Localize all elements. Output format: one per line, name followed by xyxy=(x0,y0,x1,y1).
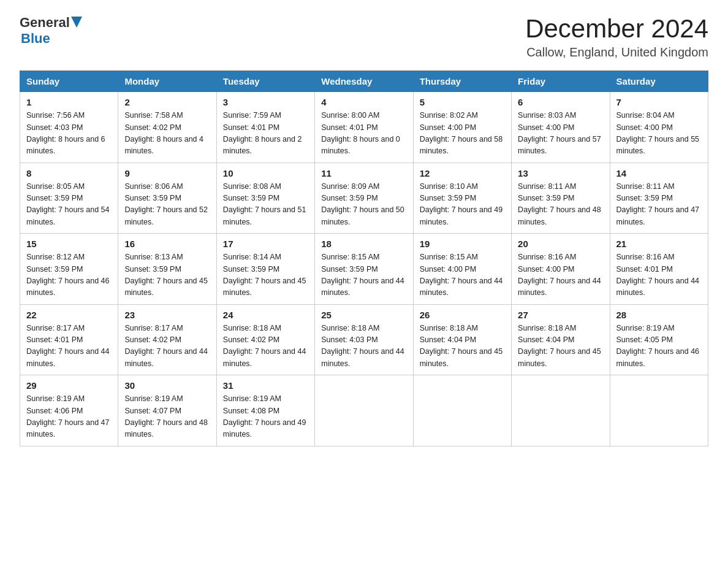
day-info: Sunrise: 7:56 AMSunset: 4:03 PMDaylight:… xyxy=(26,110,112,158)
day-info: Sunrise: 8:04 AMSunset: 4:00 PMDaylight:… xyxy=(616,110,702,158)
day-number: 6 xyxy=(518,97,603,107)
day-number: 23 xyxy=(124,310,210,320)
calendar-week-row: 15Sunrise: 8:12 AMSunset: 3:59 PMDayligh… xyxy=(20,234,708,305)
calendar-day-cell: 14Sunrise: 8:11 AMSunset: 3:59 PMDayligh… xyxy=(610,163,708,234)
calendar-header: SundayMondayTuesdayWednesdayThursdayFrid… xyxy=(20,71,708,92)
calendar-day-cell: 5Sunrise: 8:02 AMSunset: 4:00 PMDaylight… xyxy=(413,92,511,163)
day-number: 3 xyxy=(223,97,308,107)
day-info: Sunrise: 8:11 AMSunset: 3:59 PMDaylight:… xyxy=(518,181,603,229)
day-info: Sunrise: 7:59 AMSunset: 4:01 PMDaylight:… xyxy=(223,110,308,158)
header-row: SundayMondayTuesdayWednesdayThursdayFrid… xyxy=(20,71,708,92)
calendar-week-row: 29Sunrise: 8:19 AMSunset: 4:06 PMDayligh… xyxy=(20,375,708,446)
day-info: Sunrise: 8:02 AMSunset: 4:00 PMDaylight:… xyxy=(420,110,505,158)
calendar-day-cell: 24Sunrise: 8:18 AMSunset: 4:02 PMDayligh… xyxy=(216,304,314,375)
day-number: 21 xyxy=(616,239,702,249)
day-number: 20 xyxy=(518,239,603,249)
day-number: 16 xyxy=(124,239,210,249)
calendar-day-cell: 7Sunrise: 8:04 AMSunset: 4:00 PMDaylight… xyxy=(610,92,708,163)
logo-blue-text: Blue xyxy=(21,31,50,46)
svg-marker-0 xyxy=(71,17,82,28)
day-number: 30 xyxy=(124,380,210,391)
day-number: 26 xyxy=(420,310,505,320)
day-info: Sunrise: 8:13 AMSunset: 3:59 PMDaylight:… xyxy=(124,251,210,299)
calendar-week-row: 1Sunrise: 7:56 AMSunset: 4:03 PMDaylight… xyxy=(20,92,708,163)
calendar-day-cell: 10Sunrise: 8:08 AMSunset: 3:59 PMDayligh… xyxy=(216,163,314,234)
day-of-week-header: Monday xyxy=(118,71,216,92)
day-info: Sunrise: 8:03 AMSunset: 4:00 PMDaylight:… xyxy=(518,110,603,158)
day-info: Sunrise: 8:05 AMSunset: 3:59 PMDaylight:… xyxy=(26,181,112,229)
day-number: 7 xyxy=(616,97,702,107)
day-info: Sunrise: 8:17 AMSunset: 4:02 PMDaylight:… xyxy=(124,323,210,370)
calendar-week-row: 22Sunrise: 8:17 AMSunset: 4:01 PMDayligh… xyxy=(20,304,708,375)
calendar-day-cell: 18Sunrise: 8:15 AMSunset: 3:59 PMDayligh… xyxy=(315,234,413,305)
day-info: Sunrise: 8:19 AMSunset: 4:07 PMDaylight:… xyxy=(124,393,210,441)
day-info: Sunrise: 8:09 AMSunset: 3:59 PMDaylight:… xyxy=(321,181,406,229)
calendar-day-cell xyxy=(512,375,610,446)
calendar-day-cell: 26Sunrise: 8:18 AMSunset: 4:04 PMDayligh… xyxy=(413,304,511,375)
day-number: 8 xyxy=(26,168,112,178)
day-number: 15 xyxy=(26,239,112,249)
calendar-day-cell: 27Sunrise: 8:18 AMSunset: 4:04 PMDayligh… xyxy=(512,304,610,375)
calendar-day-cell: 12Sunrise: 8:10 AMSunset: 3:59 PMDayligh… xyxy=(413,163,511,234)
calendar-day-cell: 29Sunrise: 8:19 AMSunset: 4:06 PMDayligh… xyxy=(20,375,118,446)
calendar-day-cell: 22Sunrise: 8:17 AMSunset: 4:01 PMDayligh… xyxy=(20,304,118,375)
logo-general-text: General xyxy=(20,15,70,31)
day-number: 28 xyxy=(616,310,702,320)
day-number: 14 xyxy=(616,168,702,178)
calendar-day-cell: 6Sunrise: 8:03 AMSunset: 4:00 PMDaylight… xyxy=(512,92,610,163)
calendar-day-cell: 2Sunrise: 7:58 AMSunset: 4:02 PMDaylight… xyxy=(118,92,216,163)
day-of-week-header: Tuesday xyxy=(216,71,314,92)
logo: General Blue xyxy=(20,15,82,47)
page-header: General Blue December 2024 Callow, Engla… xyxy=(20,15,708,59)
day-number: 10 xyxy=(223,168,308,178)
day-info: Sunrise: 8:10 AMSunset: 3:59 PMDaylight:… xyxy=(420,181,505,229)
calendar-day-cell: 15Sunrise: 8:12 AMSunset: 3:59 PMDayligh… xyxy=(20,234,118,305)
calendar-day-cell: 30Sunrise: 8:19 AMSunset: 4:07 PMDayligh… xyxy=(118,375,216,446)
calendar-table: SundayMondayTuesdayWednesdayThursdayFrid… xyxy=(20,71,708,446)
month-title: December 2024 xyxy=(525,15,708,43)
calendar-day-cell: 25Sunrise: 8:18 AMSunset: 4:03 PMDayligh… xyxy=(315,304,413,375)
day-info: Sunrise: 8:08 AMSunset: 3:59 PMDaylight:… xyxy=(223,181,308,229)
day-of-week-header: Saturday xyxy=(610,71,708,92)
day-number: 5 xyxy=(420,97,505,107)
day-info: Sunrise: 8:00 AMSunset: 4:01 PMDaylight:… xyxy=(321,110,406,158)
day-number: 1 xyxy=(26,97,112,107)
day-of-week-header: Friday xyxy=(512,71,610,92)
calendar-day-cell: 28Sunrise: 8:19 AMSunset: 4:05 PMDayligh… xyxy=(610,304,708,375)
calendar-day-cell xyxy=(315,375,413,446)
location: Callow, England, United Kingdom xyxy=(525,45,708,59)
day-info: Sunrise: 8:18 AMSunset: 4:02 PMDaylight:… xyxy=(223,323,308,370)
calendar-day-cell: 19Sunrise: 8:15 AMSunset: 4:00 PMDayligh… xyxy=(413,234,511,305)
day-number: 22 xyxy=(26,310,112,320)
calendar-day-cell: 3Sunrise: 7:59 AMSunset: 4:01 PMDaylight… xyxy=(216,92,314,163)
day-number: 31 xyxy=(223,380,308,391)
day-info: Sunrise: 7:58 AMSunset: 4:02 PMDaylight:… xyxy=(124,110,210,158)
day-info: Sunrise: 8:18 AMSunset: 4:04 PMDaylight:… xyxy=(518,323,603,370)
day-number: 27 xyxy=(518,310,603,320)
day-info: Sunrise: 8:16 AMSunset: 4:01 PMDaylight:… xyxy=(616,251,702,299)
day-number: 19 xyxy=(420,239,505,249)
calendar-day-cell xyxy=(610,375,708,446)
day-info: Sunrise: 8:19 AMSunset: 4:05 PMDaylight:… xyxy=(616,323,702,370)
day-info: Sunrise: 8:16 AMSunset: 4:00 PMDaylight:… xyxy=(518,251,603,299)
calendar-day-cell: 31Sunrise: 8:19 AMSunset: 4:08 PMDayligh… xyxy=(216,375,314,446)
day-number: 13 xyxy=(518,168,603,178)
header-title-block: December 2024 Callow, England, United Ki… xyxy=(525,15,708,59)
day-number: 24 xyxy=(223,310,308,320)
day-of-week-header: Thursday xyxy=(413,71,511,92)
day-info: Sunrise: 8:12 AMSunset: 3:59 PMDaylight:… xyxy=(26,251,112,299)
calendar-day-cell: 9Sunrise: 8:06 AMSunset: 3:59 PMDaylight… xyxy=(118,163,216,234)
day-number: 12 xyxy=(420,168,505,178)
day-info: Sunrise: 8:11 AMSunset: 3:59 PMDaylight:… xyxy=(616,181,702,229)
day-number: 17 xyxy=(223,239,308,249)
logo-triangle-icon xyxy=(71,17,82,30)
calendar-day-cell: 16Sunrise: 8:13 AMSunset: 3:59 PMDayligh… xyxy=(118,234,216,305)
day-number: 18 xyxy=(321,239,406,249)
calendar-day-cell: 11Sunrise: 8:09 AMSunset: 3:59 PMDayligh… xyxy=(315,163,413,234)
day-number: 11 xyxy=(321,168,406,178)
calendar-day-cell: 17Sunrise: 8:14 AMSunset: 3:59 PMDayligh… xyxy=(216,234,314,305)
calendar-day-cell: 4Sunrise: 8:00 AMSunset: 4:01 PMDaylight… xyxy=(315,92,413,163)
day-of-week-header: Wednesday xyxy=(315,71,413,92)
calendar-week-row: 8Sunrise: 8:05 AMSunset: 3:59 PMDaylight… xyxy=(20,163,708,234)
day-info: Sunrise: 8:18 AMSunset: 4:03 PMDaylight:… xyxy=(321,323,406,370)
